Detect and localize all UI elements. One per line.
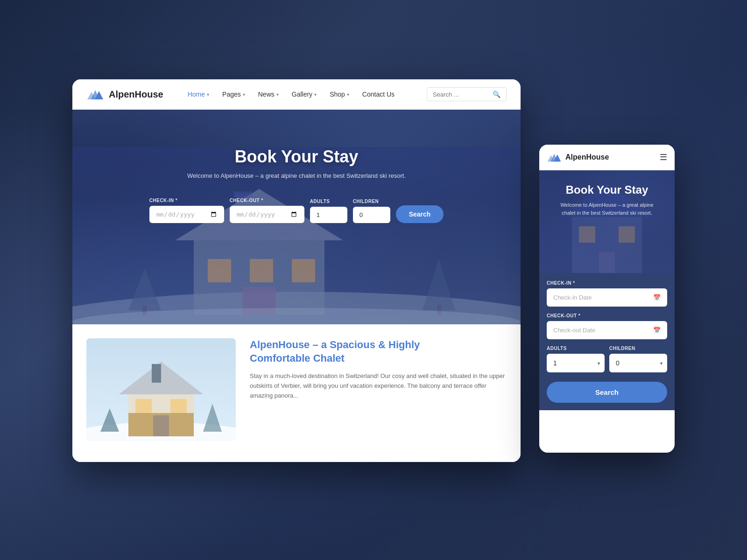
mobile-logo-area: AlpenHouse (547, 150, 660, 165)
svg-rect-26 (135, 399, 152, 413)
calendar-icon: 📅 (653, 294, 661, 301)
mobile-checkin-input-wrap[interactable]: Check-in Date 📅 (547, 288, 667, 307)
search-button[interactable]: Search (396, 205, 444, 223)
mobile-adults-select[interactable]: 1 2 3 4 (547, 354, 605, 372)
booking-form: CHECK-IN * CHECK-OUT * ADULTS 1 2 3 4 (149, 198, 444, 223)
logo-area[interactable]: AlpenHouse (86, 85, 163, 103)
hero-content: Book Your Stay Welcome to AlpenHouse – a… (72, 110, 521, 223)
mobile-hero-title: Book Your Stay (566, 183, 648, 196)
svg-rect-39 (599, 252, 615, 273)
nav-gallery[interactable]: Gallery ▾ (286, 87, 322, 102)
hero-title: Book Your Stay (235, 147, 359, 167)
hamburger-menu-icon[interactable]: ☰ (660, 152, 667, 162)
mobile-hero-subtitle: Welcome to AlpenHouse – a great alpine c… (551, 201, 662, 217)
chevron-icon: ▾ (347, 92, 349, 97)
mobile-children-select-wrap: 0 1 2 3 ▾ (609, 354, 667, 372)
mobile-checkout-placeholder: Check-out Date (553, 327, 595, 334)
search-bar[interactable]: 🔍 (427, 87, 507, 101)
desktop-mockup: AlpenHouse Home ▾ Pages ▾ News ▾ Gallery… (72, 79, 521, 462)
content-body: Stay in a much-loved destination in Swit… (250, 371, 507, 400)
mobile-brand-name: AlpenHouse (565, 153, 609, 161)
calendar-icon-2: 📅 (653, 327, 661, 334)
logo-icon (86, 85, 104, 103)
mobile-guests-row: ADULTS 1 2 3 4 ▾ CHILDREN (547, 346, 667, 379)
search-input[interactable] (433, 91, 489, 98)
children-group: CHILDREN 0 1 2 3 (353, 199, 390, 223)
adults-group: ADULTS 1 2 3 4 (310, 199, 347, 223)
hero-section: Book Your Stay Welcome to AlpenHouse – a… (72, 110, 521, 324)
chevron-icon: ▾ (207, 92, 209, 97)
nav-pages[interactable]: Pages ▾ (217, 87, 251, 102)
svg-rect-27 (170, 399, 187, 413)
nav-links: Home ▾ Pages ▾ News ▾ Gallery ▾ Shop ▾ (182, 87, 427, 102)
svg-rect-28 (153, 415, 169, 436)
checkin-label: CHECK-IN * (149, 198, 224, 203)
nav-news[interactable]: News ▾ (253, 87, 284, 102)
mobile-search-button[interactable]: Search (547, 382, 667, 403)
children-label: CHILDREN (353, 199, 390, 204)
mobile-mockup: AlpenHouse ☰ Book Your Stay Welcome to A… (539, 145, 675, 453)
chevron-icon: ▾ (314, 92, 317, 97)
content-image (86, 338, 236, 441)
mobile-checkout-label: CHECK-OUT * (547, 313, 667, 318)
content-title: AlpenHouse – a Spacious & Highly Comfort… (250, 338, 507, 365)
children-select[interactable]: 0 1 2 3 (353, 207, 390, 223)
adults-label: ADULTS (310, 199, 347, 204)
mobile-children-group: CHILDREN 0 1 2 3 ▾ (609, 346, 667, 372)
mobile-checkout-input-wrap[interactable]: Check-out Date 📅 (547, 321, 667, 339)
svg-rect-11 (250, 259, 273, 282)
checkin-input[interactable] (149, 206, 224, 223)
mobile-children-select[interactable]: 0 1 2 3 (609, 354, 667, 372)
mobile-navbar: AlpenHouse ☰ (539, 145, 675, 170)
desktop-navbar: AlpenHouse Home ▾ Pages ▾ News ▾ Gallery… (72, 79, 521, 110)
mobile-adults-select-wrap: 1 2 3 4 ▾ (547, 354, 605, 372)
hero-subtitle: Welcome to AlpenHouse – a great alpine c… (187, 172, 406, 179)
adults-select[interactable]: 1 2 3 4 (310, 207, 347, 223)
checkout-group: CHECK-OUT * (230, 198, 304, 223)
brand-name: AlpenHouse (109, 89, 163, 100)
content-text: AlpenHouse – a Spacious & Highly Comfort… (250, 338, 507, 401)
chevron-icon: ▾ (276, 92, 279, 97)
search-icon: 🔍 (493, 91, 500, 98)
mobile-checkin-group: CHECK-IN * Check-in Date 📅 (547, 280, 667, 307)
mobile-booking-form: CHECK-IN * Check-in Date 📅 CHECK-OUT * C… (539, 273, 675, 410)
svg-rect-38 (619, 226, 635, 243)
mobile-checkin-label: CHECK-IN * (547, 280, 667, 286)
nav-home[interactable]: Home ▾ (182, 87, 215, 102)
mobile-children-label: CHILDREN (609, 346, 667, 351)
mobile-adults-label: ADULTS (547, 346, 605, 351)
scene-container: AlpenHouse Home ▾ Pages ▾ News ▾ Gallery… (0, 0, 747, 560)
nav-contact[interactable]: Contact Us (357, 87, 400, 102)
nav-shop[interactable]: Shop ▾ (324, 87, 355, 102)
mobile-hero: Book Your Stay Welcome to AlpenHouse – a… (539, 170, 675, 273)
svg-rect-10 (208, 259, 231, 282)
mobile-checkout-group: CHECK-OUT * Check-out Date 📅 (547, 313, 667, 339)
svg-rect-25 (152, 364, 161, 383)
mobile-logo-icon (547, 150, 562, 165)
chevron-icon: ▾ (243, 92, 245, 97)
mobile-checkin-placeholder: Check-in Date (553, 294, 592, 301)
content-section: AlpenHouse – a Spacious & Highly Comfort… (72, 324, 521, 462)
svg-rect-12 (292, 259, 315, 282)
content-chalet-svg (86, 338, 236, 441)
svg-rect-37 (579, 226, 595, 243)
mobile-adults-group: ADULTS 1 2 3 4 ▾ (547, 346, 605, 372)
checkout-label: CHECK-OUT * (230, 198, 304, 203)
checkin-group: CHECK-IN * (149, 198, 224, 223)
checkout-input[interactable] (230, 206, 304, 223)
